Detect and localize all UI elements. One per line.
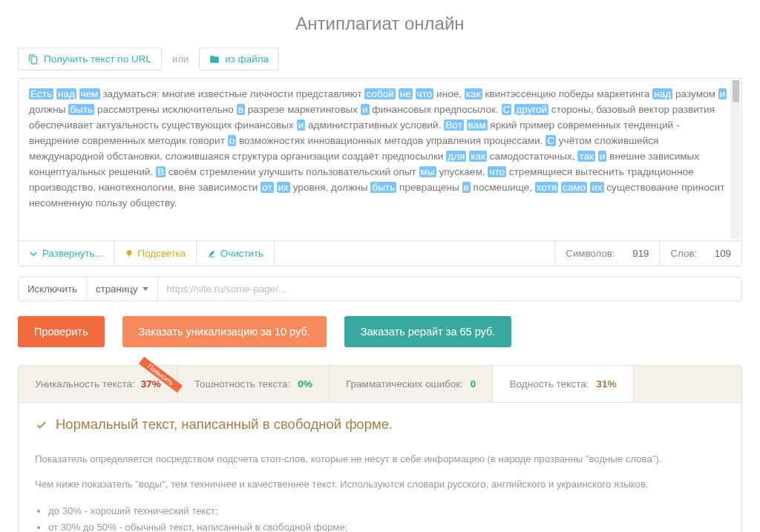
tab-uniqueness-label: Уникальность текста:: [35, 378, 135, 390]
tab-nausea-value: 0%: [298, 378, 312, 390]
highlight-label: Подсветка: [138, 248, 186, 259]
results-panel: Уникальность текста: 37% Повысить Тошнот…: [18, 365, 742, 532]
results-body: Нормальный текст, написанный в свободной…: [19, 402, 741, 532]
words-label: Слов:: [670, 248, 697, 259]
results-desc-1: Показатель определяется посредством подс…: [35, 452, 725, 467]
page-title: Антиплагиат онлайн: [18, 13, 742, 34]
editor-stats: Символов: 919 Слов: 109: [554, 241, 741, 266]
results-heading-text: Нормальный текст, написанный в свободной…: [56, 416, 393, 433]
get-text-by-url-button[interactable]: Получить текст по URL: [18, 47, 162, 70]
tab-water-value: 31%: [596, 378, 616, 390]
exclude-label: Исключить: [19, 278, 87, 301]
caret-down-icon: [142, 287, 148, 291]
exclude-type-value: страницу: [96, 283, 138, 295]
exclude-row: Исключить страницу: [18, 277, 742, 301]
order-rewrite-button[interactable]: Заказать рерайт за 65 руб.: [344, 316, 512, 347]
words-value: 109: [715, 248, 731, 259]
expand-label: Развернуть...: [42, 248, 103, 259]
tab-water[interactable]: Водность текста: 31%: [493, 366, 633, 402]
scrollbar-thumb[interactable]: [733, 80, 739, 102]
editor-panel: Есть над чем задуматься: многие известны…: [18, 78, 742, 266]
text-editor[interactable]: Есть над чем задуматься: многие известны…: [19, 79, 741, 240]
from-file-button[interactable]: из файла: [199, 47, 279, 70]
exclude-url-input[interactable]: [158, 278, 741, 301]
chars-label: Символов:: [566, 248, 615, 259]
tab-grammar[interactable]: Грамматических ошибок: 0: [330, 366, 494, 402]
tab-water-label: Водность текста:: [509, 378, 589, 390]
tab-nausea-label: Тошнотность текста:: [194, 378, 291, 390]
or-label: или: [172, 53, 189, 65]
highlight-button[interactable]: Подсветка: [114, 241, 197, 266]
word-count: Слов: 109: [659, 241, 741, 266]
results-bullets: до 30% - хороший технический текст; от 3…: [35, 503, 725, 532]
results-desc-2: Чем ниже показатель "воды", тем техничне…: [35, 477, 725, 492]
bullet-2: от 30% до 50% - обычный текст, написанны…: [48, 519, 725, 532]
chars-value: 919: [632, 248, 649, 259]
clear-button[interactable]: Очистить: [197, 241, 275, 266]
results-tabs: Уникальность текста: 37% Повысить Тошнот…: [19, 366, 741, 402]
action-buttons: Проверить Заказать уникализацию за 10 ру…: [18, 316, 742, 347]
input-source-bar: Получить текст по URL или из файла: [18, 47, 742, 70]
results-heading: Нормальный текст, написанный в свободной…: [35, 416, 725, 433]
char-count: Символов: 919: [554, 241, 659, 266]
lightbulb-icon: [125, 249, 134, 258]
bullet-1: до 30% - хороший технический текст;: [48, 503, 725, 519]
tab-grammar-label: Грамматических ошибок:: [346, 378, 463, 390]
expand-button[interactable]: Развернуть...: [19, 241, 114, 266]
check-button[interactable]: Проверить: [18, 316, 105, 347]
chevron-down-icon: [29, 249, 38, 258]
from-file-label: из файла: [225, 53, 269, 65]
get-text-by-url-label: Получить текст по URL: [44, 53, 151, 65]
order-unique-button[interactable]: Заказать уникализацию за 10 руб.: [122, 316, 327, 347]
scrollbar[interactable]: [730, 80, 740, 239]
check-icon: [35, 418, 48, 431]
eraser-icon: [207, 249, 216, 258]
editor-toolbar: Развернуть... Подсветка Очистить Символо…: [19, 240, 741, 266]
clear-label: Очистить: [220, 248, 263, 259]
tab-uniqueness-value: 37%: [141, 378, 161, 390]
tab-nausea[interactable]: Тошнотность текста: 0%: [178, 366, 330, 402]
folder-icon: [209, 54, 220, 65]
exclude-type-dropdown[interactable]: страницу: [87, 278, 158, 301]
tab-uniqueness[interactable]: Уникальность текста: 37% Повысить: [19, 366, 178, 402]
tab-grammar-value: 0: [471, 378, 476, 390]
document-copy-icon: [28, 54, 39, 65]
